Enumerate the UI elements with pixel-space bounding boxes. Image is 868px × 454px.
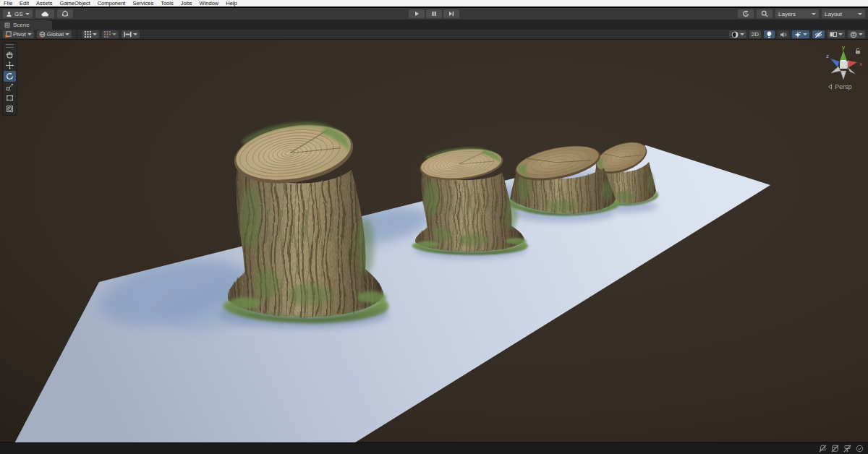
chevron-down-icon [858, 13, 862, 15]
menu-assets[interactable]: Assets [33, 0, 56, 7]
paint-slash-icon[interactable] [843, 445, 851, 453]
chevron-down-icon [812, 13, 816, 15]
account-label: GS [14, 11, 23, 17]
global-label: Global [47, 31, 64, 38]
scene-visibility-toggle[interactable] [812, 30, 825, 38]
play-button[interactable] [409, 9, 425, 18]
grid-icon [4, 22, 10, 28]
menu-edit[interactable]: Edit [16, 0, 33, 7]
scene-lighting-toggle[interactable] [764, 30, 775, 38]
projection-toggle[interactable]: Persp [827, 83, 852, 90]
scene-render [0, 40, 868, 442]
menu-jobs[interactable]: Jobs [177, 0, 196, 7]
database-slash-icon[interactable] [831, 445, 839, 453]
menu-tools[interactable]: Tools [157, 0, 177, 7]
hand-tool-icon [6, 51, 14, 59]
snap-settings-icon [124, 31, 132, 38]
grid-snap-icon [85, 31, 91, 38]
perspective-triangle-icon [827, 84, 833, 90]
axis-cones[interactable] [830, 51, 857, 80]
overlay-icon [830, 31, 837, 38]
menu-file[interactable]: File [0, 0, 16, 7]
tools-overlay [2, 42, 17, 116]
snap-settings-dropdown[interactable] [122, 30, 140, 38]
toolbar-separator [77, 31, 77, 38]
effects-dropdown[interactable] [792, 30, 809, 38]
gizmo-sphere-icon [850, 31, 857, 38]
gizmo-x-label[interactable]: x [859, 61, 862, 67]
move-tool-icon [6, 61, 14, 69]
rect-tool-icon [6, 94, 14, 102]
chevron-down-icon [859, 33, 863, 35]
menu-bar: File Edit Assets GameObject Component Se… [0, 0, 868, 7]
chevron-down-icon [803, 33, 807, 35]
tab-scene[interactable]: Scene [0, 20, 52, 30]
scene-toolbar: Pivot Global [0, 30, 868, 40]
rotate-tool-icon [6, 72, 14, 80]
move-tool-button[interactable] [4, 60, 16, 71]
menu-help[interactable]: Help [222, 0, 240, 7]
shading-mode-dropdown[interactable] [729, 30, 746, 38]
menu-gameobject[interactable]: GameObject [56, 0, 94, 7]
2d-mode-toggle[interactable]: 2D [749, 30, 761, 38]
eye-slash-icon [814, 31, 822, 38]
light-bulb-icon [766, 31, 773, 38]
2d-label: 2D [752, 31, 759, 38]
increment-snap-dropdown[interactable] [102, 30, 119, 38]
rect-tool-button[interactable] [4, 93, 16, 103]
version-control-button[interactable] [57, 9, 73, 18]
pivot-icon [5, 31, 12, 38]
tab-scene-label: Scene [13, 22, 30, 28]
tool-settings-pivot-dropdown[interactable]: Pivot [3, 30, 34, 38]
chevron-down-icon [65, 33, 69, 35]
chevron-down-icon [740, 33, 744, 35]
cloud-icon [41, 11, 49, 17]
chevron-down-icon [838, 33, 843, 35]
chevron-down-icon [25, 13, 30, 15]
account-dropdown[interactable]: GS [3, 9, 33, 18]
tab-strip: Scene [0, 20, 868, 30]
gizmo-z-label[interactable]: z [826, 53, 829, 59]
step-button[interactable] [443, 9, 459, 18]
layers-label: Layers [778, 11, 796, 17]
play-icon [414, 11, 420, 17]
check-circle-icon[interactable] [856, 445, 864, 453]
menu-window[interactable]: Window [196, 0, 223, 7]
transform-tool-button[interactable] [4, 103, 16, 114]
chevron-down-icon [27, 33, 32, 35]
chevron-down-icon [133, 33, 137, 35]
menu-component[interactable]: Component [94, 0, 129, 7]
menu-services[interactable]: Services [129, 0, 157, 7]
pause-button[interactable] [426, 9, 442, 18]
pause-icon [431, 11, 437, 17]
scale-tool-button[interactable] [4, 82, 16, 93]
view-hand-tool-button[interactable] [4, 49, 16, 60]
bell-slash-icon[interactable] [819, 445, 827, 453]
layout-dropdown[interactable]: Layout [822, 9, 865, 18]
gizmos-dropdown[interactable] [848, 30, 865, 38]
layers-dropdown[interactable]: Layers [775, 9, 819, 18]
overlay-drag-handle[interactable] [6, 44, 14, 48]
camera-settings-dropdown[interactable] [827, 30, 845, 38]
scale-tool-icon [6, 83, 14, 91]
search-icon [761, 10, 768, 17]
search-button[interactable] [757, 9, 773, 18]
increment-snap-icon [104, 31, 111, 38]
scene-viewport[interactable]: y x z Persp [0, 40, 868, 442]
scene-audio-toggle[interactable] [778, 30, 789, 38]
undo-history-button[interactable] [738, 9, 754, 18]
lock-icon[interactable] [855, 48, 861, 54]
status-bar [0, 442, 868, 454]
chevron-down-icon [93, 33, 97, 35]
main-toolbar: GS [0, 8, 868, 20]
chevron-down-icon [112, 33, 116, 35]
tool-settings-global-dropdown[interactable]: Global [37, 30, 72, 38]
transform-tool-icon [6, 105, 14, 113]
rotate-tool-button[interactable] [4, 71, 16, 82]
person-icon [6, 11, 12, 17]
cloud-services-button[interactable] [35, 9, 54, 18]
gizmo-y-label[interactable]: y [842, 44, 845, 51]
effects-icon [794, 31, 801, 38]
grid-snap-dropdown[interactable] [82, 30, 99, 38]
history-icon [742, 10, 749, 17]
